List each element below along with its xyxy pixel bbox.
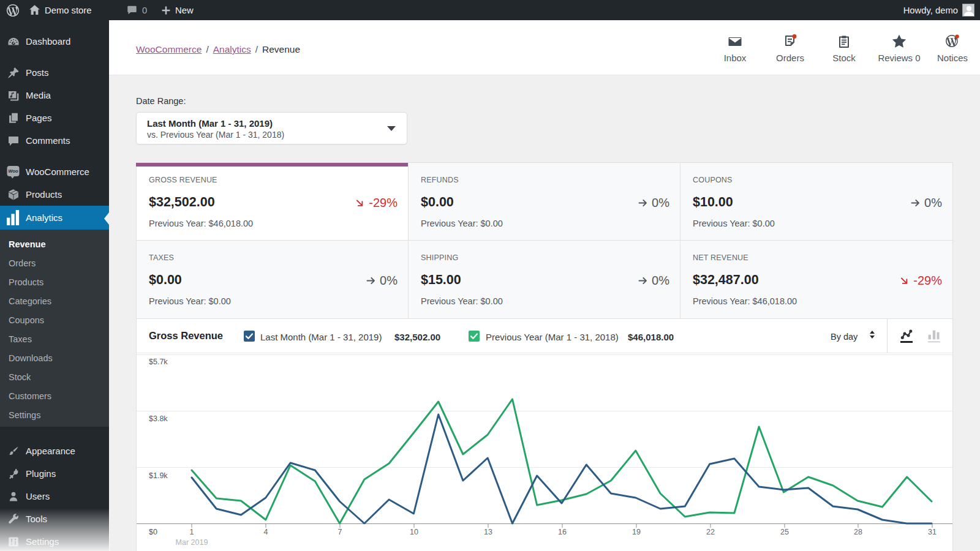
svg-text:28: 28 — [854, 528, 862, 536]
svg-text:$3.8k: $3.8k — [149, 414, 168, 423]
svg-text:31: 31 — [928, 528, 937, 536]
svg-text:$5.7k: $5.7k — [149, 358, 168, 366]
svg-text:1: 1 — [190, 528, 194, 536]
svg-text:$1.9k: $1.9k — [149, 471, 168, 480]
svg-text:25: 25 — [780, 528, 789, 536]
svg-text:4: 4 — [264, 528, 268, 536]
svg-text:19: 19 — [632, 528, 641, 536]
svg-text:Mar 2019: Mar 2019 — [176, 538, 208, 547]
svg-text:22: 22 — [706, 528, 715, 536]
svg-text:10: 10 — [410, 528, 418, 536]
svg-text:$0: $0 — [149, 528, 157, 536]
svg-text:13: 13 — [484, 528, 492, 536]
svg-text:7: 7 — [338, 528, 342, 536]
svg-text:Woo: Woo — [8, 168, 18, 174]
svg-text:16: 16 — [558, 528, 567, 536]
